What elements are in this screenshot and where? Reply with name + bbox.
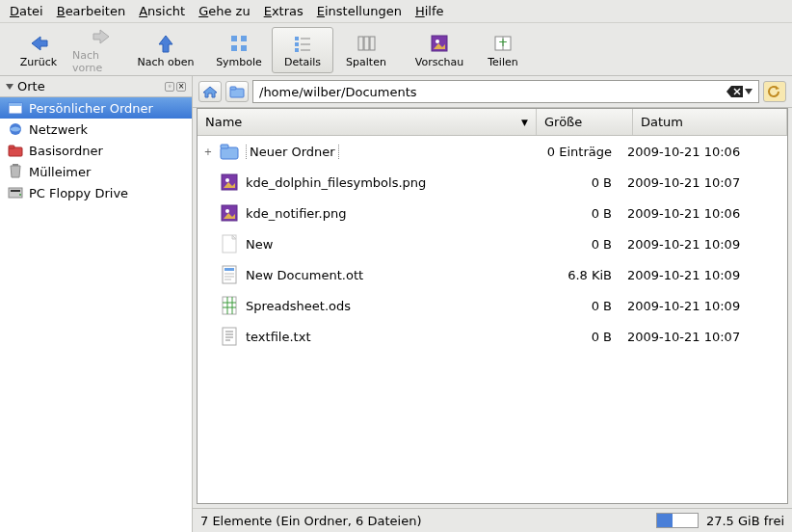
sidebar-item[interactable]: Netzwerk: [0, 119, 192, 140]
file-size: 0 B: [525, 237, 621, 252]
file-name: Spreadsheet.ods: [246, 299, 519, 313]
sidebar-item-label: Netzwerk: [29, 122, 88, 137]
file-date: 2009-10-21 10:09: [627, 299, 781, 313]
svg-rect-3: [231, 36, 237, 41]
columns-view-icon: [356, 33, 377, 54]
svg-marker-35: [726, 86, 743, 97]
svg-rect-14: [364, 37, 369, 50]
svg-rect-55: [223, 297, 236, 314]
sidebar-item-label: Persönlicher Ordner: [29, 101, 153, 116]
svg-rect-29: [9, 188, 22, 198]
clear-location-button[interactable]: [726, 85, 752, 98]
menu-item[interactable]: Ansicht: [139, 4, 185, 18]
menubar: DateiBearbeitenAnsichtGehe zuExtrasEinst…: [0, 0, 792, 23]
menu-item[interactable]: Hilfe: [415, 4, 444, 18]
file-name: textfile.txt: [246, 330, 519, 344]
menu-item[interactable]: Gehe zu: [198, 4, 251, 18]
status-summary: 7 Elemente (Ein Ordner, 6 Dateien): [200, 514, 421, 528]
svg-point-31: [19, 194, 21, 196]
sidebar-item-label: Mülleimer: [29, 165, 91, 179]
file-name: Neuer Ordner: [246, 145, 519, 159]
file-name: kde_notifier.png: [246, 206, 519, 221]
file-date: 2009-10-21 10:09: [627, 237, 781, 252]
sort-indicator-icon: ▼: [521, 118, 528, 127]
arrow-up-icon: [155, 33, 176, 54]
file-icon: [219, 233, 240, 254]
menu-item[interactable]: Extras: [264, 4, 304, 18]
sidebar-item[interactable]: Mülleimer: [0, 161, 192, 182]
file-date: 2009-10-21 10:07: [627, 330, 781, 344]
file-date: 2009-10-21 10:07: [627, 175, 781, 190]
file-row[interactable]: Spreadsheet.ods0 B2009-10-21 10:09: [198, 290, 787, 321]
file-row[interactable]: New0 B2009-10-21 10:09: [198, 228, 787, 259]
icons-view-button[interactable]: Symbole: [208, 27, 270, 73]
svg-rect-5: [231, 45, 237, 51]
svg-rect-24: [9, 103, 22, 106]
file-list[interactable]: +Neuer Ordner0 Einträge2009-10-21 10:06k…: [198, 136, 787, 503]
menu-item[interactable]: Datei: [10, 4, 43, 18]
location-bar: [193, 76, 792, 108]
menu-item[interactable]: Einstellungen: [317, 4, 402, 18]
expander-icon[interactable]: +: [203, 146, 213, 157]
svg-marker-22: [6, 84, 13, 90]
details-view-icon: [292, 33, 313, 54]
svg-rect-51: [224, 268, 234, 271]
file-date: 2009-10-21 10:06: [627, 145, 781, 159]
forward-button: Nach vorne: [71, 27, 133, 73]
preview-button[interactable]: Vorschau: [409, 27, 470, 73]
menu-item[interactable]: Bearbeiten: [57, 4, 125, 18]
svg-marker-1: [93, 30, 109, 43]
sidebar-item[interactable]: Persönlicher Ordner: [0, 97, 192, 119]
disk-usage-bar: [656, 513, 699, 528]
file-row[interactable]: New Document.ott6.8 KiB2009-10-21 10:09: [198, 259, 787, 290]
place-icon: [8, 121, 23, 137]
svg-rect-15: [370, 37, 375, 50]
place-icon: [8, 100, 23, 116]
home-button[interactable]: [198, 81, 222, 102]
details-view-button[interactable]: Details: [272, 27, 333, 73]
svg-rect-11: [295, 48, 299, 52]
sidebar-item[interactable]: Basisordner: [0, 140, 192, 161]
svg-rect-30: [11, 190, 20, 192]
file-row[interactable]: textfile.txt0 B2009-10-21 10:07: [198, 321, 787, 352]
up-button[interactable]: Nach oben: [135, 27, 197, 73]
file-size: 0 B: [525, 206, 621, 221]
file-row[interactable]: kde_notifier.png0 B2009-10-21 10:06: [198, 198, 787, 228]
file-row[interactable]: kde_dolphin_filesymbols.png0 B2009-10-21…: [198, 167, 787, 198]
file-row[interactable]: +Neuer Ordner0 Einträge2009-10-21 10:06: [198, 136, 787, 167]
places-header: Orte ◦×: [0, 76, 192, 97]
column-size[interactable]: Größe: [537, 109, 633, 135]
column-name[interactable]: Name▼: [198, 109, 537, 135]
svg-rect-27: [9, 146, 14, 148]
folder-chip[interactable]: [225, 81, 249, 102]
reload-button[interactable]: [763, 81, 786, 102]
svg-text:+: +: [498, 36, 508, 49]
disk-free-label: 27.5 GiB frei: [706, 514, 784, 528]
statusbar: 7 Elemente (Ein Ordner, 6 Dateien) 27.5 …: [193, 508, 792, 532]
panel-controls[interactable]: ◦×: [165, 82, 186, 92]
file-icon: [219, 141, 240, 162]
back-button[interactable]: Zurück: [8, 27, 69, 73]
svg-rect-7: [295, 37, 299, 40]
svg-marker-32: [203, 87, 217, 97]
column-date[interactable]: Datum: [633, 109, 787, 135]
sidebar-item[interactable]: PC Floppy Drive: [0, 182, 192, 203]
columns-view-button[interactable]: Spalten: [335, 27, 397, 73]
svg-rect-28: [13, 164, 18, 166]
path-input[interactable]: [259, 85, 723, 99]
split-button[interactable]: + Teilen: [472, 27, 534, 73]
svg-rect-4: [241, 36, 247, 41]
svg-marker-0: [32, 37, 47, 50]
svg-marker-39: [776, 86, 779, 90]
places-title: Orte: [17, 79, 45, 93]
svg-rect-9: [295, 42, 299, 46]
place-icon: [8, 143, 23, 158]
file-size: 0 B: [525, 175, 621, 190]
column-headers: Name▼ Größe Datum: [198, 109, 787, 136]
icons-view-icon: [228, 33, 250, 54]
svg-rect-34: [230, 87, 236, 90]
svg-point-17: [436, 40, 439, 43]
svg-point-43: [225, 178, 229, 182]
file-icon: [219, 295, 240, 316]
file-date: 2009-10-21 10:06: [627, 206, 781, 221]
